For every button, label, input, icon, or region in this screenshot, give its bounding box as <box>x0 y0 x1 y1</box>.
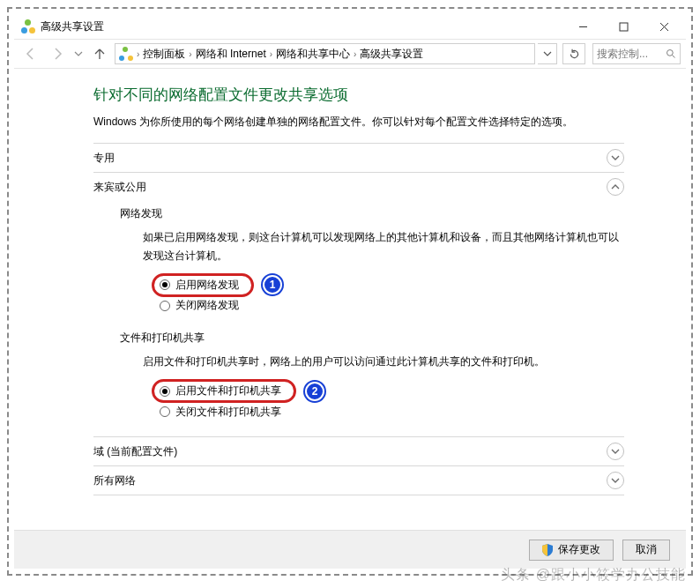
search-icon <box>666 48 676 59</box>
radio-file-printer-off[interactable] <box>160 406 170 417</box>
navbar: › 控制面板 › 网络和 Internet › 网络和共享中心 › 高级共享设置… <box>14 39 686 69</box>
file-printer-title: 文件和打印机共享 <box>120 331 624 346</box>
annotation-badge-2: 2 <box>305 382 324 401</box>
save-button-label: 保存更改 <box>558 542 600 557</box>
crumb-network-internet[interactable]: 网络和 Internet <box>196 47 266 62</box>
highlight-2: 启用文件和打印机共享 <box>152 379 296 403</box>
page-description: Windows 为你所使用的每个网络创建单独的网络配置文件。你可以针对每个配置文… <box>93 114 624 130</box>
crumb-advanced-sharing[interactable]: 高级共享设置 <box>360 47 423 62</box>
radio-file-printer-off-label: 关闭文件和打印机共享 <box>175 405 281 420</box>
close-button[interactable] <box>644 14 684 39</box>
network-discovery-title: 网络发现 <box>120 206 624 221</box>
crumb-network-center[interactable]: 网络和共享中心 <box>276 47 350 62</box>
group-network-discovery: 网络发现 如果已启用网络发现，则这台计算机可以发现网络上的其他计算机和设备，而且… <box>120 206 624 315</box>
radio-network-discovery-off-label: 关闭网络发现 <box>175 298 239 313</box>
section-guest-label: 来宾或公用 <box>93 180 146 195</box>
maximize-button[interactable] <box>603 14 644 39</box>
section-domain-label: 域 (当前配置文件) <box>93 444 177 459</box>
shield-icon <box>542 544 553 556</box>
radio-network-discovery-off[interactable] <box>160 301 170 311</box>
section-all-networks[interactable]: 所有网络 <box>93 465 624 495</box>
radio-file-printer-on[interactable] <box>160 386 170 397</box>
network-discovery-explain: 如果已启用网络发现，则这台计算机可以发现网络上的其他计算机和设备，而且其他网络计… <box>143 228 624 264</box>
chevron-right-icon: › <box>270 49 272 59</box>
chevron-right-icon: › <box>137 49 139 59</box>
annotation-badge-1: 1 <box>263 275 282 294</box>
save-button[interactable]: 保存更改 <box>529 540 614 561</box>
radio-file-printer-on-label: 启用文件和打印机共享 <box>175 383 281 398</box>
highlight-1: 启用网络发现 <box>152 273 254 297</box>
svg-rect-1 <box>620 23 628 31</box>
radio-network-discovery-on[interactable] <box>160 279 170 290</box>
forward-button[interactable] <box>46 42 69 65</box>
control-panel-icon <box>119 47 133 61</box>
chevron-right-icon: › <box>354 49 356 59</box>
chevron-down-icon[interactable] <box>607 149 624 167</box>
chevron-down-icon[interactable] <box>607 443 624 460</box>
window-title: 高级共享设置 <box>41 19 104 34</box>
refresh-button[interactable] <box>562 43 585 64</box>
back-button[interactable] <box>19 42 42 65</box>
chevron-down-icon[interactable] <box>607 472 624 489</box>
section-private[interactable]: 专用 <box>93 143 624 172</box>
content-area: 针对不同的网络配置文件更改共享选项 Windows 为你所使用的每个网络创建单独… <box>14 69 686 530</box>
search-placeholder: 搜索控制... <box>597 47 648 62</box>
radio-network-discovery-on-label: 启用网络发现 <box>175 278 239 293</box>
section-guest[interactable]: 来宾或公用 <box>93 172 624 201</box>
page-heading: 针对不同的网络配置文件更改共享选项 <box>93 85 624 105</box>
cancel-button-label: 取消 <box>636 542 657 557</box>
section-domain[interactable]: 域 (当前配置文件) <box>93 436 624 465</box>
chevron-up-icon[interactable] <box>607 178 624 196</box>
chevron-right-icon: › <box>189 49 191 59</box>
up-button[interactable] <box>88 42 111 65</box>
svg-point-4 <box>667 50 674 56</box>
crumb-control-panel[interactable]: 控制面板 <box>143 47 185 62</box>
group-file-printer: 文件和打印机共享 启用文件和打印机共享时，网络上的用户可以访问通过此计算机共享的… <box>120 331 624 421</box>
search-input[interactable]: 搜索控制... <box>592 43 681 64</box>
svg-line-5 <box>673 56 675 58</box>
window: 高级共享设置 › <box>14 14 686 569</box>
breadcrumb-dropdown[interactable] <box>538 43 557 64</box>
titlebar: 高级共享设置 <box>14 14 686 39</box>
file-printer-explain: 启用文件和打印机共享时，网络上的用户可以访问通过此计算机共享的文件和打印机。 <box>143 353 624 370</box>
cancel-button[interactable]: 取消 <box>622 540 670 561</box>
app-icon <box>21 19 35 33</box>
minimize-button[interactable] <box>562 14 603 39</box>
section-private-label: 专用 <box>93 151 115 166</box>
recent-dropdown[interactable] <box>72 42 85 65</box>
section-all-label: 所有网络 <box>93 473 136 488</box>
footer: 保存更改 取消 <box>14 530 686 569</box>
breadcrumb[interactable]: › 控制面板 › 网络和 Internet › 网络和共享中心 › 高级共享设置 <box>115 43 535 64</box>
